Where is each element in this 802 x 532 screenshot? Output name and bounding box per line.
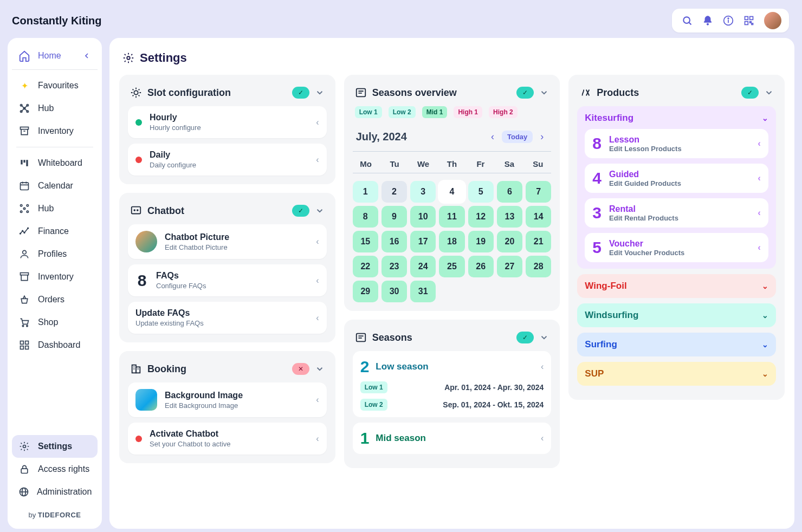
season-mid[interactable]: 1 Mid season ‹ [353, 423, 552, 454]
chevron-down-icon[interactable] [315, 206, 325, 216]
nav-profiles[interactable]: Profiles [12, 243, 98, 265]
nav-calendar[interactable]: Calendar [12, 174, 98, 197]
calendar-day[interactable]: 10 [410, 206, 436, 228]
product-item[interactable]: 8LessonEdit Lesson Products‹ [585, 129, 768, 158]
chatbot-faqs[interactable]: 8 FAQsConfigure FAQs ‹ [128, 264, 327, 296]
star-icon: ✦ [18, 80, 30, 92]
calendar-day[interactable]: 3 [410, 181, 436, 203]
calendar-day[interactable]: 21 [526, 231, 551, 252]
cal-prev[interactable]: ‹ [487, 129, 499, 145]
nav-favourites[interactable]: ✦Favourites [12, 74, 98, 97]
nav-access[interactable]: Access rights [12, 458, 98, 481]
nav-finance[interactable]: Finance [12, 220, 98, 243]
product-item[interactable]: 5VoucherEdit Voucher Products‹ [585, 233, 768, 262]
calendar-day[interactable]: 27 [497, 256, 522, 277]
nav-label: Inventory [38, 272, 74, 282]
product-group-wind[interactable]: Windsurfing⌄ [577, 303, 776, 327]
slot-daily[interactable]: DailyDaily configure ‹ [128, 144, 327, 176]
calendar-day[interactable]: 28 [526, 256, 551, 277]
calendar-day[interactable]: 25 [439, 256, 464, 277]
calendar-day[interactable]: 4 [439, 181, 464, 203]
chatbot-picture[interactable]: Chatbot PictureEdit Chatbot Picture ‹ [128, 224, 327, 259]
chevron-down-icon[interactable] [315, 88, 325, 98]
calendar-day[interactable]: 24 [410, 256, 436, 277]
globe-icon [18, 486, 29, 498]
nav-hub-2[interactable]: Hub [12, 197, 98, 220]
brand-name: Constantly Kiting [12, 15, 102, 27]
product-group-kite[interactable]: Kitesurfing⌄ 8LessonEdit Lesson Products… [577, 106, 776, 269]
cart-icon [18, 316, 30, 328]
bell-icon[interactable] [702, 15, 713, 26]
calendar-day[interactable]: 7 [526, 181, 551, 203]
calendar-day[interactable]: 31 [410, 281, 436, 302]
calendar-day[interactable]: 20 [497, 231, 522, 252]
nav-shop[interactable]: Shop [12, 311, 98, 334]
calendar-day[interactable]: 6 [497, 181, 522, 203]
calendar-day[interactable]: 22 [353, 256, 378, 277]
calendar-day[interactable]: 29 [353, 281, 378, 302]
product-item[interactable]: 3RentalEdit Rental Products‹ [585, 198, 768, 228]
cal-today-button[interactable]: Today [502, 131, 533, 143]
product-group-surf[interactable]: Surfing⌄ [577, 333, 776, 356]
nav-settings[interactable]: Settings [12, 435, 98, 458]
panel-title: Booking [147, 364, 287, 375]
chatbot-update[interactable]: Update FAQsUpdate existing FAQs ‹ [128, 302, 327, 334]
chevron-down-icon[interactable] [315, 364, 325, 374]
calendar-day[interactable]: 5 [468, 181, 494, 203]
product-group-wing[interactable]: Wing-Foil⌄ [577, 274, 776, 298]
calendar-header: MoTuWeThFrSaSu [353, 159, 552, 173]
nav-inventory-2[interactable]: Inventory [12, 265, 98, 288]
calendar-day[interactable]: 11 [439, 206, 464, 228]
season-name: Low season [376, 361, 534, 372]
nav-home[interactable]: Home [12, 44, 98, 70]
calendar-day[interactable]: 15 [353, 231, 378, 252]
nav-hub[interactable]: Hub [12, 97, 98, 120]
calendar-day[interactable]: 23 [381, 256, 407, 277]
calendar-day[interactable]: 30 [381, 281, 407, 302]
nav-orders[interactable]: Orders [12, 288, 98, 311]
calendar-day[interactable]: 17 [410, 231, 436, 252]
svg-point-62 [134, 210, 135, 211]
svg-line-17 [24, 105, 28, 108]
calendar-day[interactable]: 14 [526, 206, 551, 228]
nav-admin[interactable]: Administration [12, 481, 98, 503]
calendar-day[interactable]: 2 [381, 181, 407, 203]
nav-whiteboard[interactable]: Whiteboard [12, 152, 98, 174]
product-item[interactable]: 4GuidedEdit Guided Products‹ [585, 164, 768, 193]
calendar-day[interactable]: 18 [439, 231, 464, 252]
card-sub: Edit Background Image [165, 401, 308, 410]
chevron-down-icon[interactable] [764, 88, 774, 98]
product-sub: Edit Rental Products [609, 214, 750, 222]
calendar-day[interactable]: 13 [497, 206, 522, 228]
slot-hourly[interactable]: HourlyHourly configure ‹ [128, 106, 327, 138]
search-icon[interactable] [682, 15, 693, 26]
panel-title: Products [597, 87, 736, 99]
svg-rect-10 [752, 23, 753, 25]
product-title: Lesson [609, 135, 750, 145]
product-group-sup[interactable]: SUP⌄ [577, 362, 776, 386]
qr-icon[interactable] [743, 15, 754, 26]
nav-dashboard[interactable]: Dashboard [12, 334, 98, 356]
calendar-day[interactable]: 8 [353, 206, 378, 228]
info-icon[interactable] [723, 15, 734, 26]
chevron-down-icon[interactable] [539, 88, 549, 98]
booking-bg[interactable]: Background ImageEdit Background Image ‹ [128, 382, 327, 417]
calendar-day[interactable]: 1 [353, 181, 378, 203]
calendar-day[interactable]: 12 [468, 206, 494, 228]
avatar[interactable] [764, 12, 781, 29]
cal-next[interactable]: › [536, 129, 548, 145]
nav-label: Favourites [38, 81, 79, 90]
chevron-down-icon[interactable] [539, 333, 549, 342]
sidebar: Home ✦Favourites Hub Inventory Whiteboar… [8, 38, 102, 529]
nav-inventory[interactable]: Inventory [12, 120, 98, 142]
calendar-day[interactable]: 9 [381, 206, 407, 228]
svg-point-46 [23, 445, 26, 448]
season-low[interactable]: 2 Low season ‹ Low 1Apr. 01, 2024 - Apr.… [353, 351, 552, 417]
svg-point-40 [22, 325, 24, 327]
calendar-day[interactable]: 26 [468, 256, 494, 277]
svg-point-33 [27, 211, 28, 212]
calendar-day[interactable]: 16 [381, 231, 407, 252]
nav-label: Access rights [38, 464, 89, 474]
calendar-day[interactable]: 19 [468, 231, 494, 252]
booking-activate[interactable]: Activate ChatbotSet your Chatbot to acti… [128, 423, 327, 455]
